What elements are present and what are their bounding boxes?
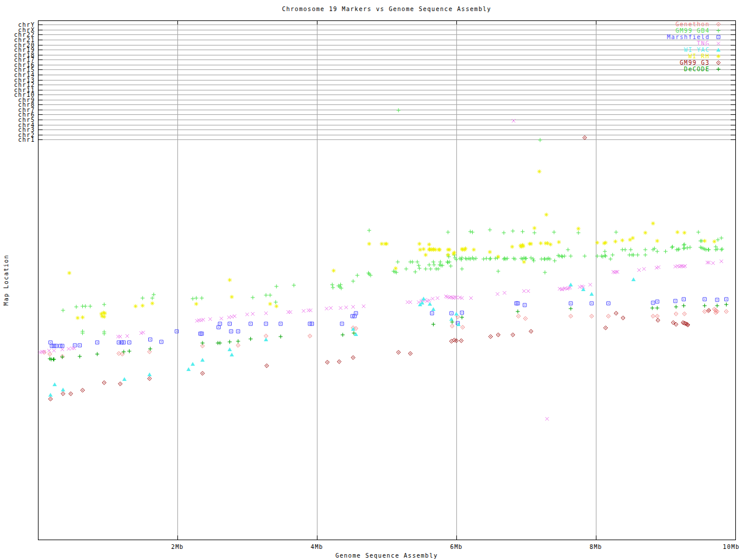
marker (720, 260, 723, 263)
gridlines (38, 20, 735, 540)
marker (529, 330, 533, 334)
marker (494, 257, 498, 261)
marker (488, 335, 493, 339)
marker (228, 340, 232, 344)
marker (228, 278, 232, 282)
marker (716, 238, 720, 242)
x-tick-label: 2Mb (171, 544, 184, 550)
marker (78, 355, 82, 359)
marker (61, 388, 65, 391)
marker (607, 302, 610, 305)
marker (503, 291, 507, 295)
marker (623, 248, 627, 252)
marker (421, 247, 425, 251)
marker (251, 312, 254, 316)
marker (569, 307, 573, 311)
marker (436, 296, 439, 300)
marker (52, 358, 56, 362)
marker (688, 246, 692, 250)
marker (127, 349, 131, 354)
chart-canvas: chrYchrXchr22chr21chr20chr19chr18chr17ch… (0, 0, 747, 560)
marker (427, 263, 431, 267)
marker (560, 255, 564, 259)
marker (438, 260, 442, 264)
marker (496, 292, 500, 296)
marker (720, 248, 724, 252)
marker (264, 322, 268, 326)
marker (152, 293, 156, 297)
marker (460, 326, 465, 330)
marker (682, 231, 686, 235)
marker (655, 314, 659, 318)
legend-item-marshfield: Marshfield (667, 34, 727, 40)
marker (717, 36, 720, 39)
marker (339, 306, 343, 310)
marker (614, 230, 618, 235)
diamond-dot-icon (710, 60, 727, 66)
marker (537, 170, 542, 174)
marker (200, 358, 204, 362)
marker (236, 344, 240, 348)
marker (96, 341, 99, 344)
legend: Genethon GM99 GB4 Marshfield TNG WI YAC … (667, 21, 727, 72)
marker (160, 340, 163, 344)
marker (620, 239, 624, 243)
marker (685, 246, 689, 250)
marker (589, 314, 594, 318)
marker (707, 248, 711, 252)
marker (122, 341, 125, 344)
marker (677, 247, 681, 251)
marker (434, 248, 438, 252)
marker (450, 312, 453, 315)
marker (95, 352, 99, 356)
marker (674, 305, 678, 309)
marker (236, 340, 240, 344)
marker (673, 299, 677, 303)
marker (274, 300, 278, 304)
marker (529, 242, 533, 246)
marker (655, 250, 659, 254)
marker (460, 316, 464, 320)
marker (351, 305, 355, 309)
marker (69, 392, 73, 396)
marker (396, 108, 400, 113)
marker (469, 296, 473, 300)
marker (279, 335, 283, 339)
marker (341, 333, 345, 337)
marker (569, 314, 573, 318)
marker (655, 300, 659, 303)
marker (274, 304, 278, 309)
marker (61, 392, 65, 396)
marker (362, 304, 365, 308)
marker (123, 377, 127, 381)
y-axis-label: Map Location (3, 254, 9, 306)
marker (720, 247, 724, 251)
marker (459, 339, 463, 343)
marker (218, 322, 222, 326)
marker (53, 344, 56, 348)
marker (532, 226, 536, 230)
marker (102, 381, 106, 385)
marker (628, 238, 632, 242)
marker (264, 293, 268, 298)
marker (191, 362, 195, 366)
marker (265, 364, 269, 368)
marker (682, 304, 686, 308)
marker (651, 314, 655, 318)
marker (268, 293, 273, 298)
marker (577, 227, 581, 231)
marker (194, 302, 198, 306)
x-tick-labels: 2Mb4Mb6Mb8Mb10Mb (171, 544, 739, 550)
marker (716, 48, 720, 51)
marker (488, 257, 492, 261)
marker (264, 312, 268, 315)
marker (682, 243, 686, 247)
marker (502, 231, 506, 235)
marker (696, 230, 700, 235)
marker (331, 286, 335, 290)
marker (543, 271, 547, 275)
marker (470, 230, 474, 235)
legend-label: WI RH (688, 53, 710, 60)
square-dot-icon (710, 34, 727, 40)
marker (595, 241, 599, 245)
